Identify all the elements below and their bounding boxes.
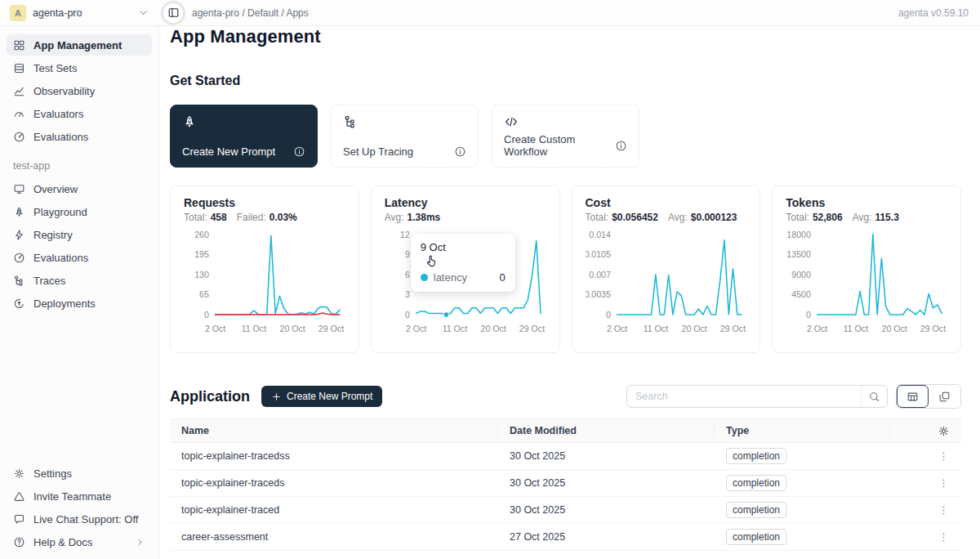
svg-text:0.007: 0.007 (589, 270, 611, 280)
sidebar-item-label: Evaluations (33, 131, 88, 143)
svg-text:0: 0 (605, 310, 610, 320)
get-started-heading: Get Started (170, 74, 961, 88)
tokens-chart[interactable]: 18000135009000450002 Oct11 Oct20 Oct29 O… (786, 226, 947, 337)
card-view-icon (938, 391, 951, 403)
gear-icon (938, 425, 950, 437)
search-button[interactable] (861, 386, 887, 407)
svg-text:6: 6 (405, 270, 410, 280)
info-icon[interactable] (293, 145, 305, 158)
column-header-type[interactable]: Type (715, 424, 890, 437)
stat-meta-label: Total: (184, 212, 207, 223)
sidebar-item-registry[interactable]: Registry (7, 224, 152, 245)
top-bar: A agenta-pro agenta-pro / Default / Apps… (0, 0, 980, 26)
sidebar-item-label: Deployments (33, 297, 96, 310)
sidebar-item-evaluators[interactable]: Evaluators (7, 103, 152, 124)
collapse-sidebar-icon (167, 7, 180, 19)
table-row[interactable]: career-assessment 27 Oct 2025 completion (170, 524, 961, 551)
sidebar-item-label: Observability (33, 85, 95, 97)
sidebar-item-traces[interactable]: Traces (7, 270, 152, 291)
cost-chart[interactable]: 0.0140.01050.0070.003502 Oct11 Oct20 Oct… (586, 226, 747, 337)
stat-meta-value: $0.000123 (691, 212, 737, 223)
sidebar-item-observability[interactable]: Observability (7, 80, 152, 101)
column-header-date-modified[interactable]: Date Modified (498, 424, 715, 437)
evaluations-icon (13, 131, 25, 143)
sidebar-item-label: Registry (33, 229, 73, 241)
sidebar-item-label: Live Chat Support: Off (33, 513, 138, 525)
svg-text:12: 12 (400, 230, 410, 239)
tooltip-value: 0 (500, 271, 506, 284)
info-icon[interactable] (454, 145, 466, 158)
rocket-icon (182, 114, 305, 129)
sidebar-item-help-docs[interactable]: Help & Docs (7, 531, 152, 552)
table-settings-button[interactable] (890, 424, 961, 437)
sidebar-item-label: Settings (33, 467, 72, 480)
row-actions-button[interactable] (938, 477, 950, 490)
plus-icon (271, 391, 282, 402)
stat-title: Requests (184, 196, 345, 209)
workspace-name: agenta-pro (33, 7, 82, 19)
info-icon[interactable] (615, 140, 627, 152)
sidebar-item-test-sets[interactable]: Test Sets (7, 57, 152, 78)
table-row[interactable]: topic-explainer-tracedss 30 Oct 2025 com… (170, 443, 961, 470)
series-dot (421, 274, 428, 281)
svg-text:2 Oct: 2 Oct (205, 324, 225, 333)
search-input[interactable] (627, 391, 861, 402)
table-row[interactable]: topic-explainer-traceds 30 Oct 2025 comp… (170, 470, 961, 497)
view-toggle (896, 384, 961, 409)
monitor-icon (13, 183, 25, 195)
stat-meta-value: 1.38ms (408, 212, 441, 223)
type-badge: completion (726, 529, 786, 545)
sidebar-item-evaluations[interactable]: Evaluations (7, 126, 152, 147)
svg-text:260: 260 (194, 230, 209, 239)
svg-text:20 Oct: 20 Oct (882, 324, 907, 333)
sidebar-item-app-evaluations[interactable]: Evaluations (7, 247, 152, 268)
search-box (626, 385, 888, 408)
type-badge: completion (726, 502, 786, 518)
svg-text:0.0105: 0.0105 (586, 249, 611, 259)
sidebar-item-invite-teammate[interactable]: Invite Teammate (7, 485, 152, 507)
table-row[interactable]: topic-explainer-traced 30 Oct 2025 compl… (170, 497, 961, 524)
code-icon (504, 114, 627, 129)
card-view-button[interactable] (929, 385, 960, 408)
app-name[interactable]: career-assessment (170, 531, 498, 543)
sidebar-item-playground[interactable]: Playground (7, 201, 152, 222)
row-actions-button[interactable] (938, 531, 950, 543)
requests-chart[interactable]: 2601951306502 Oct11 Oct20 Oct29 Oct (184, 226, 345, 337)
sidebar: App Management Test Sets Observability E… (0, 26, 159, 559)
traces-icon (343, 114, 466, 129)
table-view-button[interactable] (897, 385, 929, 408)
stat-meta-value: 0.03% (270, 212, 297, 223)
svg-text:2 Oct: 2 Oct (406, 324, 426, 333)
row-actions-button[interactable] (938, 504, 950, 517)
sidebar-item-settings[interactable]: Settings (7, 463, 152, 484)
row-actions-button[interactable] (938, 450, 950, 463)
svg-text:18000: 18000 (787, 230, 812, 239)
stat-title: Cost (586, 196, 747, 209)
sidebar-item-app-management[interactable]: App Management (7, 34, 152, 56)
workspace-avatar: A (10, 5, 26, 21)
stat-meta-value: 115.3 (875, 212, 898, 223)
sidebar-item-deployments[interactable]: Deployments (7, 293, 152, 314)
sidebar-item-overview[interactable]: Overview (7, 178, 152, 199)
breadcrumb[interactable]: agenta-pro / Default / Apps (192, 7, 309, 19)
create-new-prompt-button[interactable]: Create New Prompt (261, 386, 382, 407)
stat-meta-label: Failed: (237, 212, 266, 223)
table-view-icon (906, 391, 919, 403)
type-badge: completion (726, 448, 786, 464)
svg-text:130: 130 (194, 270, 209, 280)
workspace-switcher[interactable]: A agenta-pro (0, 5, 159, 21)
sidebar-item-label: Evaluations (33, 252, 88, 264)
svg-text:11 Oct: 11 Oct (242, 324, 267, 333)
app-name[interactable]: topic-explainer-traceds (170, 477, 498, 489)
app-name[interactable]: topic-explainer-tracedss (170, 450, 498, 462)
app-name[interactable]: topic-explainer-traced (170, 504, 498, 516)
set-up-tracing-card[interactable]: Set Up Tracing (331, 105, 479, 168)
create-new-prompt-card[interactable]: Create New Prompt (170, 105, 318, 168)
application-heading: Application (170, 388, 250, 405)
sidebar-collapse-button[interactable] (161, 1, 185, 25)
svg-text:0.014: 0.014 (589, 230, 611, 239)
column-header-name[interactable]: Name (170, 424, 498, 437)
create-custom-workflow-card[interactable]: Create Custom Workflow (492, 105, 639, 168)
svg-text:29 Oct: 29 Oct (719, 324, 745, 333)
sidebar-item-live-chat-support[interactable]: Live Chat Support: Off (7, 508, 152, 530)
